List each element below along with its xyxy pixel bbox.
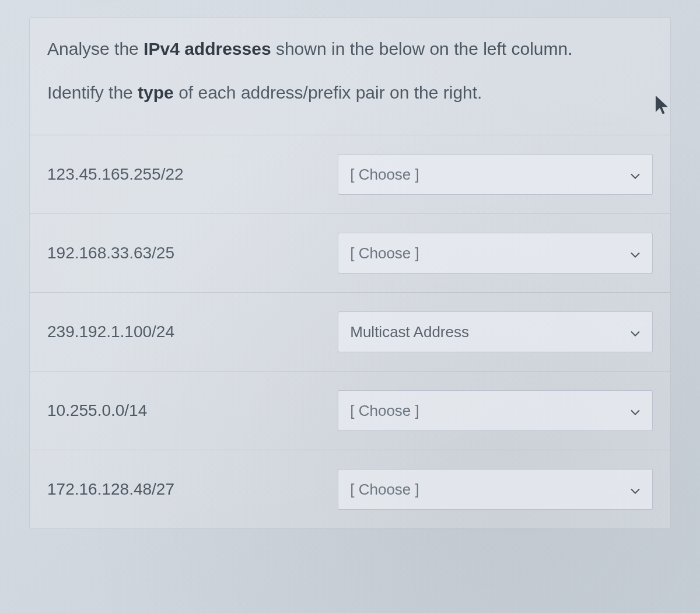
address-type-select[interactable]: [ Choose ] [338, 154, 653, 195]
chevron-down-icon [630, 323, 640, 341]
ipv4-address-label: 239.192.1.100/24 [47, 323, 338, 341]
mouse-cursor-icon [653, 93, 674, 120]
select-cell: [ Choose ] [338, 154, 653, 195]
select-value: [ Choose ] [350, 402, 419, 420]
chevron-down-icon [630, 481, 640, 499]
chevron-down-icon [630, 402, 640, 420]
instruction-bold: IPv4 addresses [144, 39, 271, 58]
matching-row: 192.168.33.63/25 [ Choose ] [30, 214, 670, 293]
address-type-select[interactable]: [ Choose ] [338, 390, 653, 431]
instruction-line-2: Identify the type of each address/prefix… [47, 79, 653, 106]
ipv4-address-label: 123.45.165.255/22 [47, 165, 338, 184]
select-value: [ Choose ] [350, 166, 419, 184]
address-type-select[interactable]: [ Choose ] [338, 233, 653, 274]
select-value: [ Choose ] [350, 244, 419, 262]
instruction-block: Analyse the IPv4 addresses shown in the … [30, 18, 670, 135]
matching-row: 172.16.128.48/27 [ Choose ] [30, 450, 670, 528]
chevron-down-icon [630, 166, 640, 184]
select-cell: Multicast Address [338, 311, 653, 352]
select-value: [ Choose ] [350, 481, 419, 499]
address-type-select[interactable]: Multicast Address [338, 311, 653, 352]
select-cell: [ Choose ] [338, 233, 653, 274]
matching-row: 239.192.1.100/24 Multicast Address [30, 293, 670, 372]
instruction-line-1: Analyse the IPv4 addresses shown in the … [47, 36, 653, 62]
instruction-text: Analyse the [47, 39, 144, 58]
matching-row: 123.45.165.255/22 [ Choose ] [30, 135, 670, 214]
ipv4-address-label: 192.168.33.63/25 [47, 244, 338, 262]
instruction-text: of each address/prefix pair on the right… [174, 83, 482, 102]
matching-row: 10.255.0.0/14 [ Choose ] [30, 372, 670, 450]
select-value: Multicast Address [350, 323, 469, 341]
instruction-text: Identify the [47, 83, 138, 102]
question-container: Analyse the IPv4 addresses shown in the … [29, 17, 671, 529]
instruction-text: shown in the below on the left column. [271, 39, 573, 58]
instruction-bold: type [138, 83, 174, 102]
select-cell: [ Choose ] [338, 469, 653, 510]
ipv4-address-label: 172.16.128.48/27 [47, 480, 338, 499]
ipv4-address-label: 10.255.0.0/14 [47, 401, 338, 420]
address-type-select[interactable]: [ Choose ] [338, 469, 653, 510]
select-cell: [ Choose ] [338, 390, 653, 431]
chevron-down-icon [630, 244, 640, 262]
